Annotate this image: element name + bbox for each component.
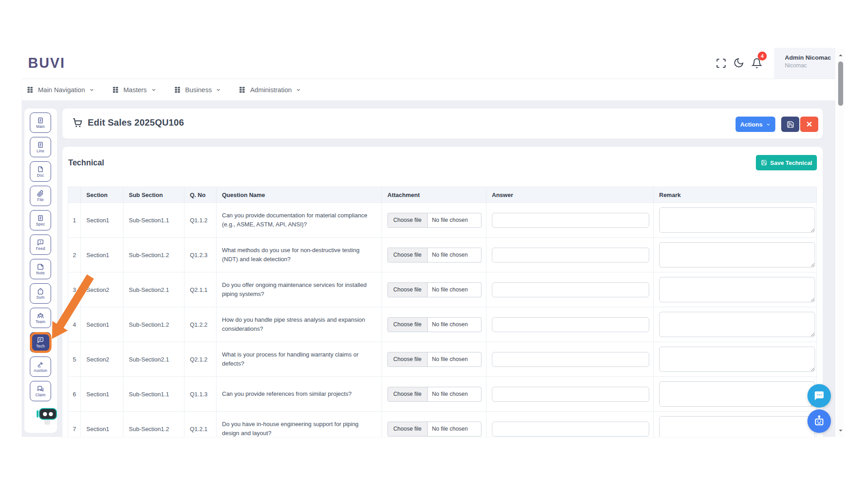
sidebar-item-line[interactable]: Line bbox=[30, 137, 51, 157]
i-form bbox=[37, 141, 44, 148]
row-number: 4 bbox=[68, 307, 81, 342]
row-question: What methods do you use for non-destruct… bbox=[217, 238, 382, 272]
row-section: Section1 bbox=[81, 203, 123, 238]
nav-item-main-navigation[interactable]: Main Navigation bbox=[26, 86, 94, 94]
row-question: Can you provide documentation for materi… bbox=[217, 203, 382, 238]
col-header-qno: Q. No bbox=[184, 187, 217, 203]
answer-input[interactable] bbox=[492, 317, 649, 332]
sidebar-item-label: Claim bbox=[35, 393, 46, 397]
actions-dropdown-button[interactable]: Actions bbox=[736, 117, 775, 132]
answer-input[interactable] bbox=[492, 422, 649, 436]
sidebar-item-label: Sum bbox=[36, 295, 44, 300]
user-name: Admin Nicomac bbox=[785, 54, 835, 61]
remark-textarea[interactable] bbox=[659, 207, 815, 233]
choose-file-button[interactable]: Choose file bbox=[388, 352, 428, 366]
close-button[interactable]: ✕ bbox=[800, 117, 818, 132]
save-technical-button[interactable]: Save Technical bbox=[756, 155, 817, 170]
choose-file-button[interactable]: Choose file bbox=[388, 318, 428, 332]
choose-file-button[interactable]: Choose file bbox=[388, 283, 428, 297]
answer-input[interactable] bbox=[492, 248, 649, 263]
remark-textarea[interactable] bbox=[659, 242, 815, 267]
chevron-down-icon bbox=[766, 122, 771, 127]
answer-input[interactable] bbox=[492, 352, 649, 367]
remark-textarea[interactable] bbox=[659, 347, 815, 372]
sidebar-item-sum[interactable]: Sum bbox=[30, 283, 51, 304]
sidebar-item-main[interactable]: Main bbox=[30, 113, 51, 133]
sidebar-item-label: Main bbox=[36, 124, 45, 129]
attachment-file-input[interactable]: Choose file No file chosen bbox=[387, 317, 481, 332]
section-title: Technical bbox=[68, 158, 104, 168]
answer-input[interactable] bbox=[492, 282, 649, 297]
row-qno: Q2.1.2 bbox=[184, 342, 217, 377]
scroll-down-arrow[interactable] bbox=[838, 427, 844, 433]
attachment-file-input[interactable]: Choose file No file chosen bbox=[387, 352, 481, 367]
sidebar-item-doc[interactable]: Doc bbox=[30, 161, 51, 182]
save-button[interactable] bbox=[781, 117, 799, 132]
choose-file-button[interactable]: Choose file bbox=[388, 387, 428, 401]
i-clip bbox=[37, 190, 44, 197]
remark-textarea[interactable] bbox=[659, 277, 815, 302]
sidebar-item-label: Auction bbox=[34, 368, 47, 373]
choose-file-button[interactable]: Choose file bbox=[388, 248, 428, 262]
file-status-text: No file chosen bbox=[428, 321, 472, 328]
i-form bbox=[37, 215, 44, 221]
sidebar-item-label: Feed bbox=[36, 246, 45, 251]
nav-item-masters[interactable]: Masters bbox=[112, 86, 156, 94]
row-qno: Q1.2.1 bbox=[184, 412, 217, 437]
row-section: Section1 bbox=[81, 412, 123, 437]
attachment-file-input[interactable]: Choose file No file chosen bbox=[387, 387, 481, 402]
choose-file-button[interactable]: Choose file bbox=[388, 213, 428, 227]
robot-head-icon bbox=[39, 408, 57, 420]
row-question: How do you handle pipe stress analysis a… bbox=[217, 307, 382, 342]
scrollbar-thumb[interactable] bbox=[838, 61, 843, 106]
chevron-down-icon bbox=[151, 87, 156, 93]
sidebar-item-label: Team bbox=[36, 319, 46, 324]
scroll-up-arrow[interactable] bbox=[838, 52, 844, 58]
user-menu[interactable]: Admin Nicomac Nicomac bbox=[774, 48, 835, 79]
fullscreen-icon[interactable] bbox=[716, 58, 726, 69]
row-question: Do you offer ongoing maintenance service… bbox=[217, 272, 382, 307]
table-row: 4 Section1 Sub-Section1.2 Q1.2.2 How do … bbox=[68, 307, 817, 342]
vertical-scrollbar[interactable] bbox=[837, 49, 844, 437]
sidebar-item-spec[interactable]: Spec bbox=[30, 210, 51, 230]
sidebar-item-tech[interactable]: Tech bbox=[30, 332, 51, 352]
assistant-robot-toggle[interactable] bbox=[35, 408, 57, 425]
remark-textarea[interactable] bbox=[659, 381, 815, 407]
file-status-text: No file chosen bbox=[428, 217, 472, 223]
attachment-file-input[interactable]: Choose file No file chosen bbox=[387, 422, 481, 436]
dark-mode-moon-icon[interactable] bbox=[733, 57, 744, 68]
row-number: 7 bbox=[68, 412, 81, 437]
answer-input[interactable] bbox=[492, 387, 649, 402]
nav-item-administration[interactable]: Administration bbox=[238, 86, 301, 94]
sidebar-item-note[interactable]: Note bbox=[30, 259, 51, 279]
row-qno: Q1.2.2 bbox=[184, 307, 217, 342]
remark-textarea[interactable] bbox=[659, 312, 815, 337]
remark-textarea[interactable] bbox=[659, 416, 815, 437]
choose-file-button[interactable]: Choose file bbox=[388, 422, 428, 436]
attachment-file-input[interactable]: Choose file No file chosen bbox=[387, 213, 481, 228]
sidebar-item-feed[interactable]: Feed bbox=[30, 235, 51, 255]
row-number: 3 bbox=[68, 272, 81, 307]
answer-input[interactable] bbox=[492, 213, 649, 228]
sidebar-item-auction[interactable]: Auction bbox=[30, 357, 51, 377]
sidebar-item-team[interactable]: Team bbox=[30, 308, 51, 328]
robot-neck bbox=[44, 420, 50, 425]
col-header-sub-section: Sub Section bbox=[123, 187, 184, 203]
sidebar-item-label: Tech bbox=[36, 344, 45, 348]
chat-fab-button[interactable] bbox=[807, 384, 831, 408]
save-floppy-icon bbox=[787, 121, 794, 128]
sidebar-item-claim[interactable]: Claim bbox=[30, 381, 51, 401]
row-sub-section: Sub-Section2.1 bbox=[123, 342, 184, 377]
col-header-answer: Answer bbox=[486, 187, 654, 203]
bot-fab-button[interactable] bbox=[807, 409, 831, 433]
i-gavel bbox=[37, 361, 44, 368]
nav-item-label: Administration bbox=[250, 86, 292, 94]
row-number: 5 bbox=[68, 342, 81, 377]
file-status-text: No file chosen bbox=[428, 391, 472, 397]
attachment-file-input[interactable]: Choose file No file chosen bbox=[387, 282, 481, 297]
row-number: 1 bbox=[68, 203, 81, 238]
page-title: Edit Sales 2025QU106 bbox=[88, 117, 184, 128]
nav-item-business[interactable]: Business bbox=[174, 86, 222, 94]
sidebar-item-file[interactable]: File bbox=[30, 186, 51, 206]
attachment-file-input[interactable]: Choose file No file chosen bbox=[387, 248, 481, 263]
